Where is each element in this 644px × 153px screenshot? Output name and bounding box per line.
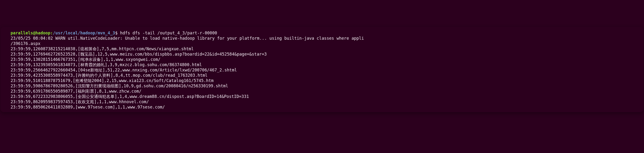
output-row: 23:59:59,25664627922660454,[04se新地址],51,… — [10, 67, 634, 73]
output-row: 23:59:59,8850626411032889,[www.97sese.co… — [10, 104, 634, 110]
output-row: 23:59:59,13239305561834073,[林青霞的婚礼],3,9,… — [10, 62, 634, 67]
prompt-dollar: $ — [115, 30, 120, 35]
warn-line-1: 23/05/25 08:04:02 WARN util.NativeCodeLo… — [10, 36, 634, 41]
output-row: 23:59:59,4235308558974473,[许雅钧的个人资料],8,4… — [10, 73, 634, 78]
prompt-line: parallels@hadoop:/usr/local/hadoop/mvn_4… — [10, 30, 634, 36]
prompt-colon: : — [50, 30, 53, 35]
output-row: 23:59:59,12608738215214038,[痣相算命],7,5,mm… — [10, 46, 634, 52]
output-row: 23:59:59,13028151466767351,[纯净水设备],1,1,w… — [10, 57, 634, 62]
output-row: 23:59:59,6722332983806055,[全国公安通缉犯名单],1,… — [10, 94, 634, 99]
terminal-window[interactable]: parallels@hadoop:/usr/local/hadoop/mvn_4… — [0, 27, 644, 112]
prompt-cwd: /usr/local/hadoop/mvn_4_3 — [53, 30, 115, 35]
output-row: 23:59:59,510118878751679,[抢滩登陆2004],2,15… — [10, 78, 634, 83]
output-row: 23:59:59,5986786789280526,[沈阳警方扫黄现场组图],1… — [10, 83, 634, 88]
prompt-user-host: parallels@hadoop — [10, 30, 50, 35]
warn-line-2: /396176.aspx — [10, 41, 634, 46]
command-text: hdfs dfs -tail /output_4_3/part-r-00000 — [120, 30, 217, 35]
output-row: 23:59:59,12769462726523528,[魏宝晶],12,5,ww… — [10, 52, 634, 57]
output-row: 23:59:59,6391786550589877,[福利彩票],8,1,www… — [10, 88, 634, 94]
output-row: 23:59:59,8620959837597453,[欢欢文苑],1,1,www… — [10, 99, 634, 104]
